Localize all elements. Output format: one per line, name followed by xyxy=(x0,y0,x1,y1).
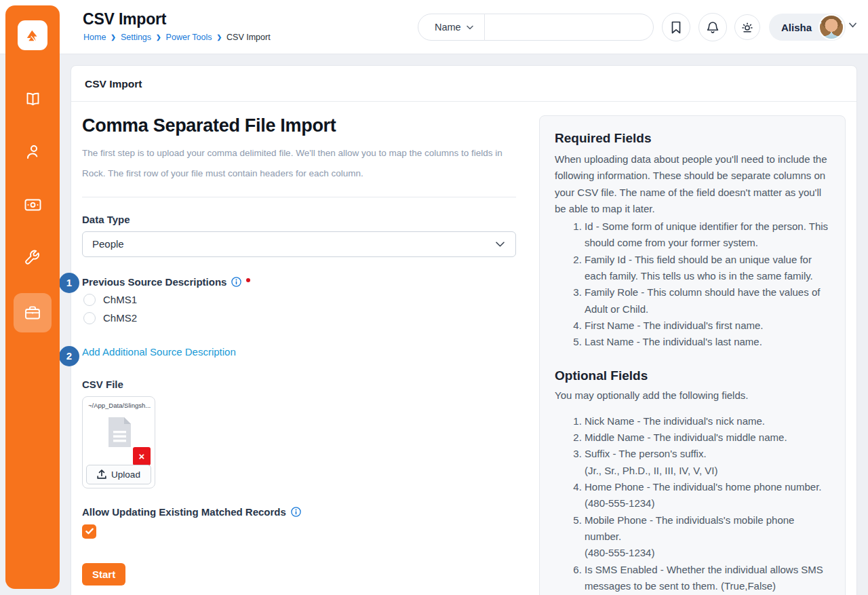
radio-icon xyxy=(83,294,96,306)
book-open-icon xyxy=(24,92,41,107)
panel-title: CSV Import xyxy=(71,66,856,102)
search-filter-dropdown[interactable]: Name xyxy=(418,14,484,40)
form-description: The first step is to upload your comma d… xyxy=(82,143,516,185)
csv-file-label: CSV File xyxy=(82,379,516,390)
info-icon[interactable] xyxy=(291,507,301,517)
divider xyxy=(82,197,516,197)
remove-file-button[interactable]: × xyxy=(133,447,151,465)
list-item: Nick Name - The individual's nick name. xyxy=(585,413,830,429)
check-icon xyxy=(85,528,94,535)
search-input[interactable] xyxy=(485,14,653,40)
list-item: Mobile Phone - The individuals's mobile … xyxy=(585,512,830,562)
radio-option-chms1[interactable]: ChMS1 xyxy=(82,294,516,306)
user-menu[interactable]: Alisha xyxy=(769,14,846,41)
list-item: Family Id - This field should be an uniq… xyxy=(585,252,830,285)
chevron-down-icon xyxy=(467,25,473,30)
radio-option-chms2[interactable]: ChMS2 xyxy=(82,312,516,324)
breadcrumb-separator: ❯ xyxy=(216,34,222,41)
avatar xyxy=(818,14,844,40)
required-fields-intro: When uploading data about people you'll … xyxy=(555,151,830,217)
chevron-down-icon xyxy=(496,242,505,247)
bell-icon xyxy=(707,21,719,34)
list-item: Last Name - The individual's last name. xyxy=(585,334,830,350)
data-type-select[interactable]: People xyxy=(82,231,516,257)
money-bill-icon xyxy=(24,199,41,211)
radio-icon xyxy=(83,312,96,324)
info-icon[interactable] xyxy=(231,277,241,287)
data-type-label: Data Type xyxy=(82,214,516,225)
briefcase-icon xyxy=(24,305,41,320)
sidebar-item-work-tools[interactable] xyxy=(14,293,52,332)
breadcrumb-current: CSV Import xyxy=(226,33,271,42)
form-heading: Comma Separated File Import xyxy=(82,115,516,136)
wrench-icon xyxy=(24,250,41,266)
help-panel: Required Fields When uploading data abou… xyxy=(539,115,846,595)
optional-fields-intro: You may optionally add the following fie… xyxy=(555,387,830,404)
person-icon xyxy=(25,144,40,160)
notifications-button[interactable] xyxy=(698,13,727,41)
breadcrumb-separator: ❯ xyxy=(111,34,116,41)
sidebar-item-finance[interactable] xyxy=(14,187,52,223)
bookmark-button[interactable] xyxy=(662,13,690,41)
theme-toggle-button[interactable] xyxy=(734,14,760,40)
breadcrumb-settings[interactable]: Settings xyxy=(121,33,151,42)
top-header: CSV Import Home ❯ Settings ❯ Power Tools… xyxy=(0,0,868,54)
user-menu-chevron-icon[interactable] xyxy=(849,22,856,28)
upload-button[interactable]: Upload xyxy=(86,465,151,484)
search-bar: Name xyxy=(418,14,654,41)
theme-icon xyxy=(741,22,754,33)
sidebar-item-library[interactable] xyxy=(14,81,52,117)
document-icon xyxy=(107,416,132,448)
main-sidebar xyxy=(5,5,60,589)
required-fields-title: Required Fields xyxy=(555,131,830,146)
rock-logo-icon xyxy=(24,26,41,44)
list-item: Middle Name - The individual's middle na… xyxy=(585,429,830,446)
list-item: First Name - The individual's first name… xyxy=(585,318,830,334)
breadcrumb: Home ❯ Settings ❯ Power Tools ❯ CSV Impo… xyxy=(83,33,271,42)
allow-updating-label: Allow Updating Existing Matched Records xyxy=(82,506,516,518)
breadcrumb-separator: ❯ xyxy=(156,34,161,41)
required-indicator xyxy=(246,278,250,282)
user-name: Alisha xyxy=(781,22,812,33)
uploaded-filename: ~/App_Data/Slingsh... xyxy=(86,400,151,409)
callout-badge-2: 2 xyxy=(59,346,79,366)
sidebar-item-power-tools[interactable] xyxy=(14,240,52,275)
previous-source-label: 1 Previous Source Descriptions xyxy=(82,276,516,288)
optional-fields-list: Nick Name - The individual's nick name.M… xyxy=(555,413,830,594)
allow-updating-checkbox[interactable] xyxy=(82,524,96,539)
data-type-value: People xyxy=(92,238,124,250)
list-item: Id - Some form of unique identifier for … xyxy=(585,218,830,252)
upload-button-label: Upload xyxy=(111,469,140,480)
breadcrumb-home[interactable]: Home xyxy=(83,33,106,42)
add-source-description-link[interactable]: Add Additional Source Description xyxy=(82,346,236,358)
csv-import-panel: CSV Import Comma Separated File Import T… xyxy=(71,65,857,595)
search-filter-label: Name xyxy=(435,22,461,33)
callout-badge-1: 1 xyxy=(59,273,79,293)
required-fields-list: Id - Some form of unique identifier for … xyxy=(555,218,830,350)
upload-icon xyxy=(97,469,106,479)
sidebar-item-people[interactable] xyxy=(14,134,52,170)
import-form: Comma Separated File Import The first st… xyxy=(82,115,516,595)
breadcrumb-power-tools[interactable]: Power Tools xyxy=(166,33,212,42)
list-item: Is SMS Enabled - Whether the individual … xyxy=(585,562,830,595)
rock-logo[interactable] xyxy=(18,20,47,50)
bookmark-icon xyxy=(671,21,682,34)
list-item: Suffix - The person's suffix.(Jr., Sr., … xyxy=(585,446,830,479)
sidebar-nav xyxy=(14,81,52,332)
optional-fields-title: Optional Fields xyxy=(555,368,830,383)
list-item: Home Phone - The individual's home phone… xyxy=(585,479,830,512)
page-title: CSV Import xyxy=(83,10,166,28)
csv-file-uploader: ~/App_Data/Slingsh... × Upload xyxy=(82,396,155,488)
list-item: Family Role - This column should have th… xyxy=(585,284,830,318)
start-button[interactable]: Start xyxy=(82,563,125,586)
